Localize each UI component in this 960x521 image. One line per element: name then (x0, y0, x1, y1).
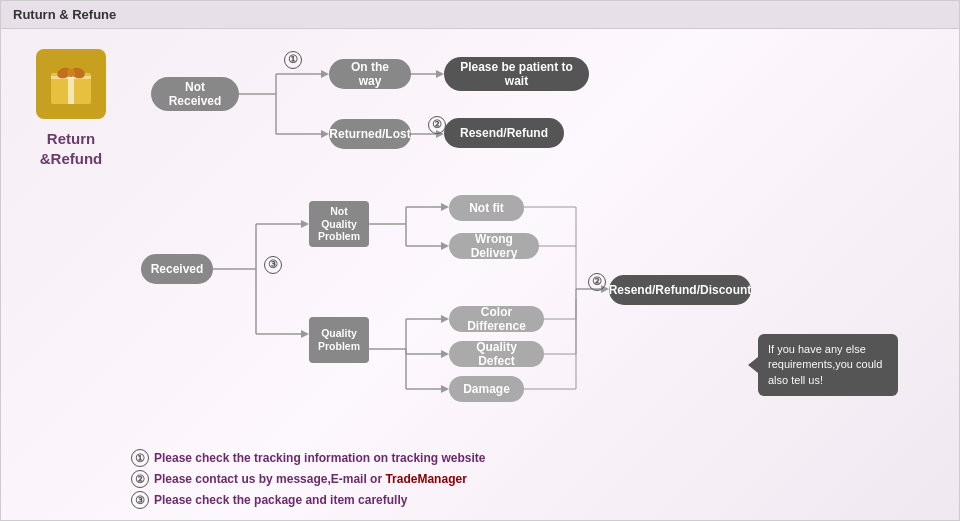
footnote-2: ② Please contact us by message,E-mail or… (131, 470, 939, 488)
gift-icon-box (36, 49, 106, 119)
left-panel: Return &Refund (16, 39, 126, 433)
quality-defect-node: Quality Defect (449, 341, 544, 367)
footnote-3: ③ Please check the package and item care… (131, 491, 939, 509)
received-node: Received (141, 254, 213, 284)
not-received-node: Not Received (151, 77, 239, 111)
title-bar: Ruturn & Refune (1, 1, 959, 29)
brand-title: Return &Refund (16, 129, 126, 168)
svg-marker-41 (441, 385, 449, 393)
gift-svg (46, 59, 96, 109)
not-quality-problem-node: Not Quality Problem (309, 201, 369, 247)
resend-refund-discount-node: Resend/Refund/Discount (609, 275, 751, 305)
circle-3-label: ③ (264, 254, 282, 274)
circle-3: ③ (264, 256, 282, 274)
window-title: Ruturn & Refune (13, 7, 116, 22)
on-the-way-node: On the way (329, 59, 411, 89)
diagram: ① ② ③ ② Not Received On the way (136, 39, 944, 433)
svg-marker-31 (441, 242, 449, 250)
resend-refund-node: Resend/Refund (444, 118, 564, 148)
circle-2-label-bottom: ② (588, 271, 606, 291)
tooltip-node: If you have any else requirements,you co… (758, 334, 898, 396)
svg-point-6 (67, 69, 75, 77)
footnote-3-text: Please check the package and item carefu… (154, 493, 407, 507)
footnote-1-text: Please check the tracking information on… (154, 451, 485, 465)
circle-1: ① (284, 51, 302, 69)
wrong-delivery-node: Wrong Delivery (449, 233, 539, 259)
svg-marker-38 (441, 350, 449, 358)
damage-node: Damage (449, 376, 524, 402)
footnote-1-num: ① (131, 449, 149, 467)
svg-marker-21 (301, 220, 309, 228)
color-difference-node: Color Difference (449, 306, 544, 332)
svg-marker-13 (321, 130, 329, 138)
returned-lost-node: Returned/Lost (329, 119, 411, 149)
svg-marker-24 (301, 330, 309, 338)
footnotes-section: ① Please check the tracking information … (1, 443, 959, 520)
svg-marker-28 (441, 203, 449, 211)
quality-problem-node: Quality Problem (309, 317, 369, 363)
svg-marker-35 (441, 315, 449, 323)
not-fit-node: Not fit (449, 195, 524, 221)
footnote-2-num: ② (131, 470, 149, 488)
circle-2-bottom: ② (588, 273, 606, 291)
content-area: Return &Refund (1, 29, 959, 443)
footnote-2-text: Please contact us by message,E-mail or T… (154, 472, 467, 486)
footnote-1: ① Please check the tracking information … (131, 449, 939, 467)
window: Ruturn & Refune Return &Refund (0, 0, 960, 521)
svg-marker-15 (436, 70, 444, 78)
circle-1-label: ① (284, 49, 302, 69)
trade-manager-highlight: TradeManager (385, 472, 466, 486)
footnote-3-num: ③ (131, 491, 149, 509)
please-be-patient-node: Please be patient to wait (444, 57, 589, 91)
svg-marker-10 (321, 70, 329, 78)
